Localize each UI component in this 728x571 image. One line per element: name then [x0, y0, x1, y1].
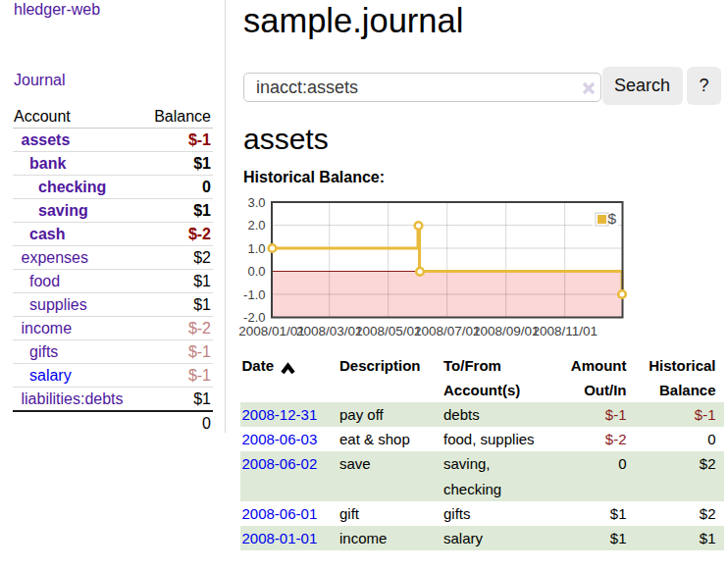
- svg-text:1.0: 1.0: [247, 241, 265, 256]
- svg-text:2008/09/01: 2008/09/01: [473, 324, 540, 338]
- svg-text:0.0: 0.0: [247, 264, 265, 279]
- svg-text:2008/07/01: 2008/07/01: [414, 324, 481, 338]
- svg-text:2008/01/01: 2008/01/01: [238, 324, 305, 338]
- svg-text:3.0: 3.0: [247, 195, 265, 210]
- svg-text:2.0: 2.0: [247, 218, 265, 233]
- svg-text:$: $: [608, 210, 617, 227]
- svg-text:2008/11/01: 2008/11/01: [532, 324, 598, 338]
- svg-text:-2.0: -2.0: [243, 310, 265, 325]
- svg-text:2008/03/01: 2008/03/01: [296, 324, 363, 338]
- svg-text:-1.0: -1.0: [243, 287, 265, 302]
- svg-text:2008/05/01: 2008/05/01: [355, 324, 422, 338]
